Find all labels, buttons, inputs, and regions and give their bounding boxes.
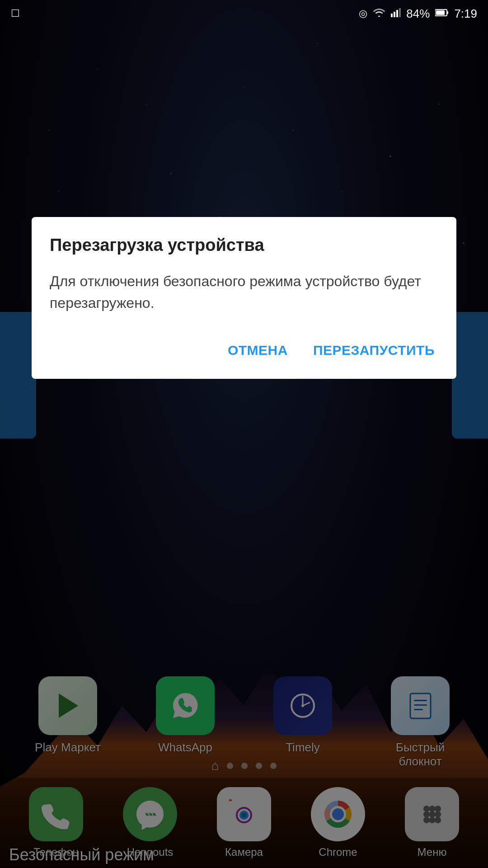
time-text: 7:19 [454,7,477,21]
dialog-body: Для отключения безопасного режима устрой… [50,270,438,314]
wifi-icon [373,7,385,20]
status-left: ☐ [11,8,20,19]
location-icon: ◎ [359,8,367,19]
signal-icon [391,7,401,20]
svg-rect-5 [447,11,448,14]
dialog-title: Перезагрузка устройства [50,235,438,256]
dim-overlay [0,0,488,868]
dialog-buttons: ОТМЕНА ПЕРЕЗАПУСТИТЬ [50,335,438,370]
svg-rect-6 [436,10,445,15]
reboot-dialog: Перезагрузка устройства Для отключения б… [32,217,456,379]
status-bar: ☐ ◎ 84% 7:19 [0,0,488,27]
status-right: ◎ 84% 7:19 [359,7,477,21]
restart-button[interactable]: ПЕРЕЗАПУСТИТЬ [310,335,438,365]
svg-rect-3 [399,8,401,17]
battery-icon [435,8,449,19]
svg-rect-0 [391,14,393,17]
battery-text: 84% [406,7,430,21]
screenshot-icon: ☐ [11,8,20,19]
svg-rect-1 [394,12,395,17]
cancel-button[interactable]: ОТМЕНА [224,335,291,365]
svg-rect-2 [396,10,398,17]
